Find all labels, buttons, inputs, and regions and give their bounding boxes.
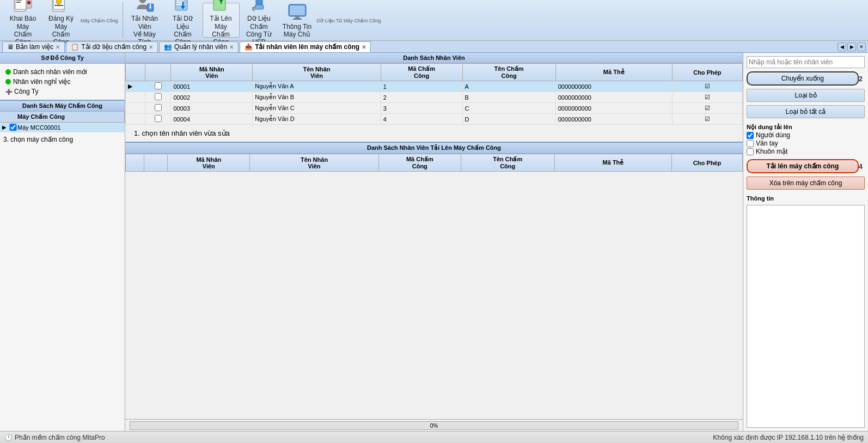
upload-list-title: Danh Sách Nhân Viên Tải Lên Máy Chấm Côn…	[125, 143, 743, 154]
toolbar-group-du-lieu: Tải Nhân Viên Về Máy Tính Tải Dữ Liệu Ch…	[126, 2, 386, 38]
dang-ky-icon	[51, 0, 71, 14]
employee-row-1[interactable]: ▶ 00001 Nguyễn Văn A 1 A 0000000000 ☑	[126, 81, 743, 92]
step2-area: Chuyển xuống 2	[747, 71, 865, 86]
tai-len-label: Tải lên máy chấm công	[767, 162, 839, 170]
svg-rect-17	[176, 2, 183, 3]
thong-tin-box	[747, 205, 865, 428]
cb-van-tay[interactable]	[747, 140, 754, 147]
tab-active-close[interactable]: ✕	[362, 44, 366, 50]
center-full: Danh Sách Nhân Viên Mã NhânViên Tên Nhân…	[125, 53, 743, 431]
tab-quan-ly-nv-label: Quản lý nhân viên	[174, 43, 227, 51]
dot-nghi-icon	[5, 79, 11, 84]
monitor-icon	[288, 2, 307, 22]
employee-row-4[interactable]: 00004 Nguyễn Văn D 4 D 0000000000 ☑	[126, 114, 743, 125]
tai-nhan-vien-icon	[135, 0, 155, 14]
row-ten-nv-1: Nguyễn Văn A	[253, 81, 381, 92]
tai-len-may-button[interactable]: Tải Lên Máy Chấm Công	[203, 3, 240, 38]
ttmc-label1: Thông Tin	[283, 23, 311, 31]
svg-rect-10	[54, 5, 63, 6]
tab-nav-next[interactable]: ▶	[847, 43, 856, 51]
th-ten-cc: Tên ChấmCông	[462, 64, 555, 81]
xoa-tren-may-button[interactable]: Xóa trên máy chấm công	[747, 177, 865, 190]
tai-du-lieu-icon	[173, 0, 193, 14]
tab-tai-du-lieu-close[interactable]: ✕	[149, 44, 153, 50]
progress-area: 0%	[125, 419, 743, 431]
toolbar-group-may-cham-cong: Khai Báo Máy Chấm Công Đăng Ký Máy Chấm …	[4, 2, 123, 38]
sidebar-item-danh-sach-moi[interactable]: Danh sách nhân viên mới	[3, 67, 121, 77]
tab-nav-prev[interactable]: ◀	[838, 43, 846, 51]
th-ma-the: Mã Thẻ	[555, 64, 672, 81]
noi-dung-label: Nội dung tải lên	[747, 124, 865, 131]
noi-dung-section: Nội dung tải lên Người dùng Vân tay Khuô…	[747, 122, 865, 156]
tai-len-may-cham-cong-button[interactable]: Tải lên máy chấm công	[747, 159, 859, 173]
uth-checkbox	[144, 154, 168, 172]
tab-nav-close[interactable]: ✕	[857, 43, 866, 51]
svg-rect-15	[175, 0, 187, 10]
row-checkbox-1[interactable]	[155, 82, 162, 89]
dang-ky-label: Đăng Ký Máy	[44, 15, 78, 31]
row-ten-cc-2: B	[462, 92, 555, 103]
loai-bo-button[interactable]: Loại bỏ	[747, 89, 865, 102]
employee-row-2[interactable]: 00002 Nguyễn Văn B 2 B 0000000000 ☑	[126, 92, 743, 103]
group-label-du-lieu: Dữ Liệu Từ Máy Chấm Công	[317, 18, 381, 23]
row-ma-the-2: 0000000000	[555, 92, 672, 103]
svg-rect-14	[150, 4, 151, 7]
dang-ky-may-button[interactable]: Đăng Ký Máy Chấm Công	[42, 3, 80, 38]
row-cho-phep-1: ☑	[672, 81, 742, 92]
cb-nguoi-dung[interactable]	[747, 132, 754, 139]
sidebar-item-nghi-viec[interactable]: Nhân viên nghỉ việc	[3, 77, 121, 87]
cb-khuon-mat[interactable]	[747, 148, 754, 155]
thong-tin-may-chu-button[interactable]: Thông Tin Máy Chủ	[279, 3, 316, 38]
svg-point-11	[139, 0, 146, 3]
tab-tai-du-lieu[interactable]: 📋 Tải dữ liệu chấm công ✕	[66, 41, 158, 52]
machine-checkbox-mcc00001[interactable]	[9, 124, 17, 131]
tai-du-lieu-button[interactable]: Tải Dữ Liệu Chấm Công	[164, 3, 201, 38]
app-icon: 🕐	[4, 434, 13, 441]
svg-rect-33	[293, 19, 302, 20]
expand-icon[interactable]: ➕	[5, 89, 12, 95]
uth-ma-the: Mã Thẻ	[554, 154, 671, 172]
svg-rect-16	[176, 0, 184, 1]
th-ma-cc: Mã ChấmCông	[381, 64, 462, 81]
usb-icon	[249, 0, 269, 14]
cb-van-tay-row: Vân tay	[747, 139, 865, 147]
dot-moi-icon	[5, 69, 11, 75]
chuyen-xuong-button[interactable]: Chuyển xuống	[747, 71, 859, 86]
row-ma-nv-3: 00003	[171, 103, 253, 114]
sidebar-cong-ty-label: Công Ty	[14, 88, 38, 95]
ttmc-label2: Máy Chủ	[284, 31, 310, 38]
tai-dl-label1: Tải Dữ Liệu	[166, 15, 200, 31]
search-employee-input[interactable]	[747, 56, 865, 68]
svg-rect-20	[182, 2, 184, 6]
khai-bao-label: Khai Báo Máy	[6, 15, 40, 31]
xoa-tren-may-label: Xóa trên máy chấm công	[769, 179, 842, 187]
svg-rect-23	[221, 0, 222, 4]
tab-ban-lam-viec-close[interactable]: ✕	[56, 44, 60, 50]
svg-rect-18	[176, 4, 182, 5]
tab-quan-ly-nv[interactable]: 👥 Quản lý nhân viên ✕	[159, 41, 239, 52]
tab-tai-nhan-vien-len-may[interactable]: 📤 Tải nhân viên lên máy chấm công ✕	[240, 41, 371, 52]
svg-point-9	[56, 0, 62, 4]
tai-nhan-vien-button[interactable]: Tải Nhân Viên Về Máy Tính	[126, 3, 163, 38]
step2-number: 2	[859, 75, 863, 83]
employee-row-3[interactable]: 00003 Nguyễn Văn C 3 C 0000000000 ☑	[126, 103, 743, 114]
row-checkbox-4[interactable]	[155, 115, 162, 122]
row-checkbox-2[interactable]	[155, 93, 162, 100]
row-arrow-4	[126, 114, 145, 125]
row-cb-4	[145, 114, 171, 125]
row-checkbox-3[interactable]	[155, 104, 162, 111]
du-lieu-usb-button[interactable]: Dữ Liệu Chấm Công Từ USB	[241, 3, 278, 38]
loai-bo-tat-ca-button[interactable]: Loại bỏ tất cả	[747, 105, 865, 118]
sidebar-item-cong-ty[interactable]: ➕ Công Ty	[3, 87, 121, 96]
svg-point-6	[27, 1, 30, 4]
th-ma-nv: Mã NhânViên	[171, 64, 253, 81]
tab-quan-ly-nv-close[interactable]: ✕	[229, 44, 234, 50]
step4-area: Tải lên máy chấm công 4	[747, 159, 865, 173]
tab-ban-lam-viec[interactable]: 🖥 Bản làm việc ✕	[2, 41, 65, 52]
row-ten-cc-3: C	[462, 103, 555, 114]
row-ma-nv-4: 00004	[171, 114, 253, 125]
svg-rect-31	[290, 5, 305, 15]
row-ma-nv-2: 00002	[171, 92, 253, 103]
machine-row-mcc00001[interactable]: ▶ Máy MCC00001	[0, 123, 125, 132]
khai-bao-may-button[interactable]: Khai Báo Máy Chấm Công	[4, 3, 41, 38]
